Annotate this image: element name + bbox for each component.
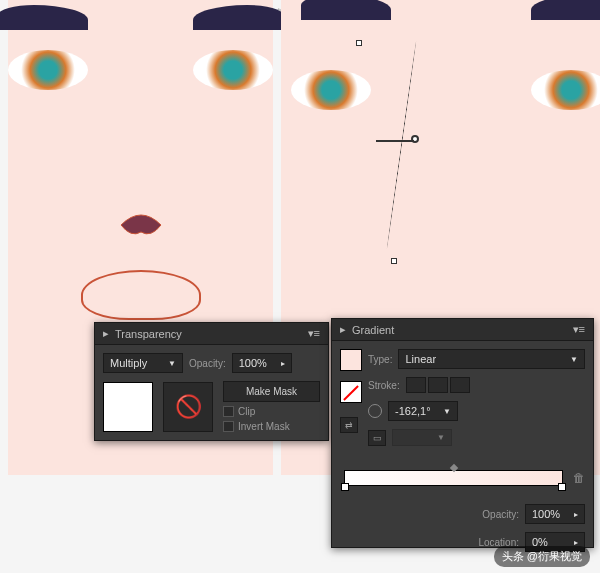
handle-line <box>376 140 414 142</box>
angle-input[interactable]: -162,1°▼ <box>388 401 458 421</box>
transparency-panel: ▸ Transparency ▾≡ Multiply▼ Opacity: 100… <box>94 322 329 441</box>
opacity-input[interactable]: 100%▸ <box>232 353 292 373</box>
make-mask-button[interactable]: Make Mask <box>223 381 320 402</box>
opacity-value: 100% <box>532 508 560 520</box>
opacity-label: Opacity: <box>189 358 226 369</box>
panel-header[interactable]: ▸ Transparency ▾≡ <box>95 323 328 345</box>
stop-opacity-input[interactable]: 100%▸ <box>525 504 585 524</box>
eyebrow <box>301 0 391 20</box>
aspect-ratio-input: ▼ <box>392 429 452 446</box>
gradient-stroke-swatch[interactable] <box>340 381 362 403</box>
expand-icon[interactable]: ▸ <box>103 327 109 340</box>
eyebrow <box>193 5 283 30</box>
type-label: Type: <box>368 354 392 365</box>
opacity-value: 100% <box>239 357 267 369</box>
gradient-slider[interactable] <box>344 470 563 486</box>
bezier-path[interactable] <box>386 41 416 249</box>
type-value: Linear <box>405 353 436 365</box>
eye <box>531 70 600 110</box>
angle-value: -162,1° <box>395 405 431 417</box>
anchor-point[interactable] <box>356 40 362 46</box>
clip-checkbox[interactable] <box>223 406 234 417</box>
opacity-label: Opacity: <box>482 509 519 520</box>
stroke-within-button[interactable] <box>406 377 426 393</box>
clip-label: Clip <box>238 406 255 417</box>
mask-thumbnail[interactable]: 🚫 <box>163 382 213 432</box>
gradient-type-dropdown[interactable]: Linear▼ <box>398 349 585 369</box>
gradient-fill-swatch[interactable] <box>340 349 362 371</box>
nose-shape <box>116 200 166 240</box>
panel-header[interactable]: ▸ Gradient ▾≡ <box>332 319 593 341</box>
stroke-across-button[interactable] <box>450 377 470 393</box>
eyebrow <box>531 0 600 20</box>
panel-title: Transparency <box>115 328 182 340</box>
watermark-bottom: 头条 @衍果视觉 <box>494 546 590 567</box>
blend-mode-dropdown[interactable]: Multiply▼ <box>103 353 183 373</box>
eyebrow <box>0 5 88 30</box>
panel-menu-icon[interactable]: ▾≡ <box>573 323 585 336</box>
invert-mask-checkbox[interactable] <box>223 421 234 432</box>
source-thumbnail[interactable] <box>103 382 153 432</box>
panel-menu-icon[interactable]: ▾≡ <box>308 327 320 340</box>
angle-icon <box>368 404 382 418</box>
gradient-stop-left[interactable] <box>341 483 349 491</box>
eye <box>8 50 88 90</box>
anchor-point[interactable] <box>391 258 397 264</box>
aspect-ratio-icon[interactable]: ▭ <box>368 430 386 446</box>
panel-title: Gradient <box>352 324 394 336</box>
expand-icon[interactable]: ▸ <box>340 323 346 336</box>
stroke-label: Stroke: <box>368 380 400 391</box>
eye <box>193 50 273 90</box>
invert-mask-label: Invert Mask <box>238 421 290 432</box>
gradient-panel: ▸ Gradient ▾≡ ⇄ Type: Linear▼ Stroke: <box>331 318 594 548</box>
gradient-midpoint[interactable] <box>449 464 457 472</box>
trash-icon[interactable]: 🗑 <box>573 471 585 485</box>
blend-mode-value: Multiply <box>110 357 147 369</box>
gradient-stop-right[interactable] <box>558 483 566 491</box>
reverse-gradient-icon[interactable]: ⇄ <box>340 417 358 433</box>
lips-outline <box>81 270 201 320</box>
stroke-along-button[interactable] <box>428 377 448 393</box>
eye <box>291 70 371 110</box>
